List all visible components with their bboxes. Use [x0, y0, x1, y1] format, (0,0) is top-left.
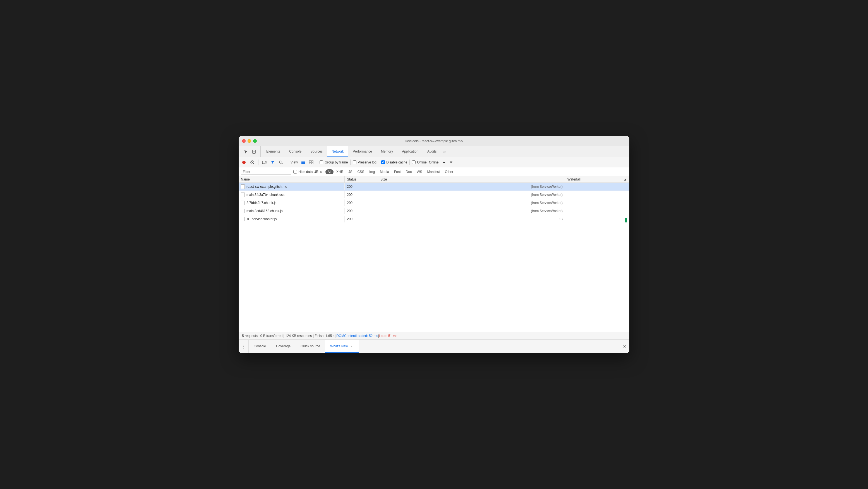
filter-type-manifest[interactable]: Manifest	[425, 169, 442, 174]
search-btn[interactable]	[277, 159, 285, 166]
table-row[interactable]: main.8fb3a7b4.chunk.css 200 (from Servic…	[239, 191, 629, 199]
filter-type-ws[interactable]: WS	[414, 169, 424, 174]
disable-cache-label[interactable]: Disable cache	[381, 161, 407, 164]
list-view-btn[interactable]	[300, 159, 307, 166]
td-status-5: 200	[345, 216, 378, 222]
network-table: Name Status Size Waterfall ▲ react-sw-ex…	[239, 176, 629, 332]
drawer-tab-console[interactable]: Console	[249, 340, 271, 353]
nav-icon-group	[240, 146, 261, 157]
tab-elements[interactable]: Elements	[262, 146, 285, 157]
tab-application[interactable]: Application	[397, 146, 423, 157]
record-btn[interactable]	[240, 159, 248, 166]
svg-rect-8	[302, 162, 305, 163]
svg-point-5	[280, 161, 282, 163]
grouped-view-btn[interactable]	[308, 159, 315, 166]
throttle-dropdown-btn[interactable]	[447, 159, 455, 166]
tab-console[interactable]: Console	[285, 146, 306, 157]
tab-network[interactable]: Network	[327, 146, 348, 157]
titlebar: DevTools - react-sw-example.glitch.me/	[239, 136, 629, 146]
hide-data-urls-label[interactable]: Hide data URLs	[293, 170, 322, 174]
divider3	[317, 160, 317, 165]
throttle-select[interactable]: Online Fast 3G Slow 3G Offline	[428, 160, 446, 165]
group-by-frame-checkbox[interactable]	[319, 161, 323, 164]
svg-rect-11	[311, 161, 313, 162]
filter-type-font[interactable]: Font	[392, 169, 403, 174]
inspect-icon-btn[interactable]	[250, 148, 258, 156]
status-text: 5 requests | 0 B transferred | 124 KB re…	[242, 334, 336, 338]
table-row[interactable]: react-sw-example.glitch.me 200 (from Ser…	[239, 183, 629, 191]
filter-type-all[interactable]: All	[326, 169, 334, 174]
filter-toggle-btn[interactable]	[269, 159, 276, 166]
bottom-drawer: ⋮ Console Coverage Quick source What's N…	[239, 340, 629, 353]
drawer-close-btn[interactable]: ×	[620, 340, 629, 353]
drawer-tab-whats-new[interactable]: What's New ×	[325, 340, 359, 353]
svg-rect-9	[302, 163, 305, 164]
th-name[interactable]: Name	[239, 176, 345, 182]
filter-type-media[interactable]: Media	[378, 169, 391, 174]
td-name-4: main.3cd46163.chunk.js	[239, 208, 345, 214]
maximize-button[interactable]	[253, 139, 257, 143]
preserve-log-label[interactable]: Preserve log	[353, 161, 376, 164]
screenshot-btn[interactable]	[261, 159, 268, 166]
td-status-4: 200	[345, 208, 378, 214]
minimize-button[interactable]	[248, 139, 251, 143]
table-row[interactable]: 2.7fdd42b7.chunk.js 200 (from ServiceWor…	[239, 199, 629, 207]
divider5	[379, 160, 379, 165]
tab-audits[interactable]: Audits	[423, 146, 441, 157]
td-waterfall-2	[565, 191, 629, 199]
th-status[interactable]: Status	[345, 176, 378, 182]
traffic-lights	[242, 139, 257, 143]
filter-type-doc[interactable]: Doc	[404, 169, 414, 174]
top-nav: Elements Console Sources Network Perform…	[239, 146, 629, 157]
table-row[interactable]: ⚙ service-worker.js 200 0 B	[239, 215, 629, 223]
disable-cache-checkbox[interactable]	[381, 161, 385, 164]
td-waterfall-5	[565, 215, 629, 223]
divider1	[258, 160, 258, 165]
preserve-log-checkbox[interactable]	[353, 161, 356, 164]
group-by-frame-label[interactable]: Group by frame	[319, 161, 348, 164]
td-size-2: (from ServiceWorker)	[378, 192, 565, 198]
offline-checkbox[interactable]	[412, 161, 415, 164]
more-tabs-btn[interactable]: »	[441, 146, 448, 157]
filter-type-other[interactable]: Other	[443, 169, 456, 174]
dom-content-loaded-link[interactable]: DOMContentLoaded: 52 ms	[336, 334, 378, 338]
close-button[interactable]	[242, 139, 246, 143]
devtools-menu-btn[interactable]: ⋮	[618, 146, 628, 157]
filter-type-xhr[interactable]: XHR	[334, 169, 345, 174]
table-row[interactable]: main.3cd46163.chunk.js 200 (from Service…	[239, 207, 629, 215]
hide-data-urls-checkbox[interactable]	[293, 170, 297, 174]
th-waterfall[interactable]: Waterfall ▲	[565, 176, 629, 182]
file-icon-4	[241, 209, 245, 213]
td-name-5: ⚙ service-worker.js	[239, 216, 345, 223]
block-requests-btn[interactable]	[249, 159, 256, 166]
load-link[interactable]: Load: 51 ms	[379, 334, 397, 338]
td-size-4: (from ServiceWorker)	[378, 208, 565, 214]
filter-type-css[interactable]: CSS	[355, 169, 367, 174]
window-title: DevTools - react-sw-example.glitch.me/	[405, 139, 463, 143]
tab-performance[interactable]: Performance	[348, 146, 376, 157]
network-toolbar: View:	[239, 157, 629, 167]
svg-rect-13	[311, 163, 313, 164]
filter-bar: Hide data URLs All XHR JS CSS Img Media …	[239, 167, 629, 176]
cursor-icon-btn[interactable]	[242, 148, 250, 156]
tab-memory[interactable]: Memory	[376, 146, 397, 157]
preserve-log-text: Preserve log	[358, 161, 376, 164]
drawer-menu-btn[interactable]: ⋮	[239, 340, 249, 353]
th-size[interactable]: Size	[378, 176, 565, 182]
drawer-tab-coverage[interactable]: Coverage	[271, 340, 296, 353]
drawer-tab-quick-source[interactable]: Quick source	[296, 340, 325, 353]
file-icon-5	[241, 217, 245, 221]
svg-rect-0	[253, 150, 255, 153]
close-whats-new-btn[interactable]: ×	[350, 344, 353, 348]
offline-label[interactable]: Offline	[412, 161, 427, 164]
td-waterfall-3	[565, 199, 629, 207]
td-size-1: (from ServiceWorker)	[378, 183, 565, 190]
status-bar: 5 requests | 0 B transferred | 124 KB re…	[239, 332, 629, 340]
td-size-3: (from ServiceWorker)	[378, 200, 565, 206]
divider6	[409, 160, 410, 165]
tab-sources[interactable]: Sources	[306, 146, 327, 157]
filter-input[interactable]	[243, 170, 289, 174]
td-status-3: 200	[345, 200, 378, 206]
filter-type-js[interactable]: JS	[346, 169, 354, 174]
filter-type-img[interactable]: Img	[367, 169, 377, 174]
